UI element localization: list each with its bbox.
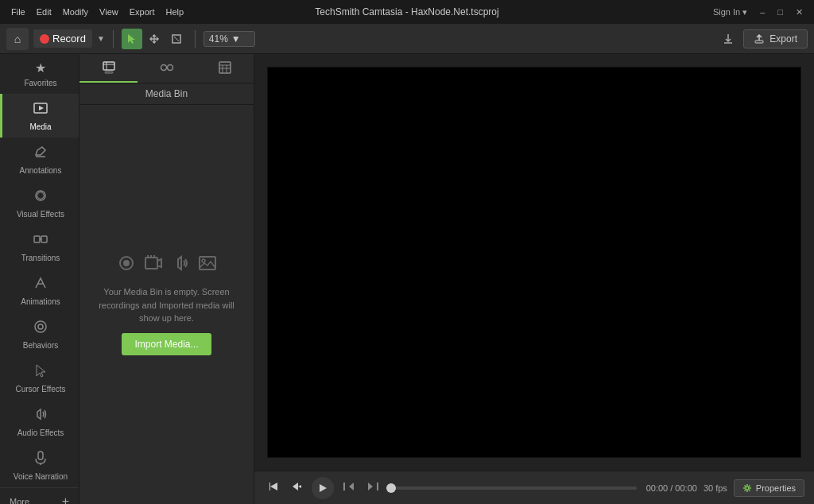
svg-marker-38 — [269, 483, 270, 490]
export-label: Export — [769, 33, 797, 45]
animations-icon — [33, 275, 48, 294]
svg-point-47 — [746, 487, 749, 490]
minimize-button[interactable]: – — [755, 6, 769, 18]
voice-narration-icon — [33, 450, 48, 469]
home-button[interactable]: ⌂ — [6, 28, 29, 50]
gear-icon — [742, 483, 752, 493]
audio-effects-icon — [33, 406, 48, 425]
annotations-icon — [33, 144, 48, 163]
panel-tab-media-bin[interactable] — [79, 54, 138, 83]
import-media-button[interactable]: Import Media... — [122, 333, 211, 355]
media-type-icons — [117, 254, 217, 277]
svg-marker-43 — [349, 483, 354, 490]
menu-edit[interactable]: Edit — [32, 6, 56, 18]
properties-button[interactable]: Properties — [734, 479, 804, 497]
menu-file[interactable]: File — [6, 6, 30, 18]
close-button[interactable]: ✕ — [791, 6, 808, 19]
sidebar-label-voice-narration: Voice Narration — [14, 472, 68, 481]
crop-icon — [171, 33, 182, 45]
record-dropdown-arrow[interactable]: ▼ — [97, 34, 105, 43]
svg-rect-16 — [38, 452, 43, 459]
titlebar: File Edit Modify View Export Help TechSm… — [0, 0, 814, 24]
sidebar-label-transitions: Transitions — [21, 254, 60, 262]
svg-rect-24 — [219, 62, 231, 73]
sign-in-button[interactable]: Sign In ▾ — [713, 7, 747, 17]
playback-time: 00:00 / 00:00 — [646, 483, 697, 493]
export-icon — [754, 33, 765, 45]
sidebar-label-annotations: Annotations — [20, 166, 62, 175]
behaviors-icon — [33, 319, 48, 338]
svg-marker-45 — [368, 483, 373, 490]
svg-rect-9 — [34, 236, 40, 242]
sidebar-item-annotations[interactable]: Annotations — [0, 138, 79, 181]
sidebar-label-media: Media — [29, 122, 51, 131]
properties-label: Properties — [756, 483, 796, 493]
svg-marker-39 — [270, 483, 277, 490]
panel-tab-effects[interactable] — [196, 54, 254, 83]
properties-area: Properties — [734, 479, 804, 497]
panel-header: Media Bin — [79, 83, 254, 105]
sidebar-item-audio-effects[interactable]: Audio Effects — [0, 400, 79, 444]
sidebar-item-cursor-effects[interactable]: Cursor Effects — [0, 356, 79, 400]
svg-rect-4 — [755, 41, 763, 43]
sidebar: ★ Favorites Media Annotations Visual Eff… — [0, 54, 79, 504]
sidebar-item-favorites[interactable]: ★ Favorites — [0, 54, 79, 94]
sidebar-item-visual-effects[interactable]: Visual Effects — [0, 181, 79, 225]
svg-point-37 — [202, 259, 205, 262]
add-icon: + — [62, 494, 69, 504]
maximize-button[interactable]: □ — [773, 6, 788, 18]
move-tool-button[interactable] — [144, 29, 165, 49]
visual-effects-icon — [33, 188, 48, 207]
window-controls: – □ ✕ — [755, 6, 808, 19]
svg-line-2 — [174, 37, 179, 41]
svg-point-22 — [161, 65, 166, 71]
svg-point-13 — [35, 321, 46, 332]
crop-tool-button[interactable] — [166, 29, 187, 49]
menu-bar: File Edit Modify View Export Help — [6, 6, 188, 18]
media-empty-text: Your Media Bin is empty. Screen recordin… — [95, 285, 238, 325]
more-label: More — [10, 497, 29, 504]
sidebar-item-voice-narration[interactable]: Voice Narration — [0, 444, 79, 487]
image-icon — [198, 254, 217, 277]
zoom-select[interactable]: 41% ▼ — [204, 31, 255, 47]
prev-marker-button[interactable] — [340, 479, 358, 496]
playback-knob[interactable] — [386, 483, 396, 493]
menu-view[interactable]: View — [95, 6, 123, 18]
sidebar-item-transitions[interactable]: Transitions — [0, 225, 79, 269]
record-button[interactable]: Record — [33, 29, 92, 48]
sidebar-more-button[interactable]: More + — [0, 487, 79, 504]
step-back-button[interactable] — [288, 479, 305, 496]
sidebar-item-behaviors[interactable]: Behaviors — [0, 312, 79, 356]
fps-display: 30 fps — [704, 483, 727, 493]
play-button[interactable] — [312, 477, 334, 499]
playback-track[interactable] — [391, 487, 637, 490]
effects-tab-icon — [218, 60, 232, 75]
svg-marker-0 — [128, 34, 135, 44]
move-icon — [149, 33, 160, 45]
sign-in-area: Sign In ▾ – □ ✕ — [713, 6, 808, 19]
sidebar-label-cursor-effects: Cursor Effects — [15, 385, 65, 394]
sidebar-item-media[interactable]: Media — [0, 94, 79, 138]
sidebar-item-animations[interactable]: Animations — [0, 269, 79, 312]
cursor-effects-icon — [33, 362, 48, 382]
svg-rect-21 — [105, 72, 113, 73]
export-button[interactable]: Export — [743, 29, 808, 48]
svg-marker-15 — [37, 365, 45, 377]
svg-point-30 — [123, 260, 130, 266]
preview-area: 00:00 / 00:00 30 fps Properties — [254, 54, 814, 504]
media-bin-tab-icon — [102, 60, 116, 75]
menu-modify[interactable]: Modify — [58, 6, 93, 18]
svg-marker-32 — [157, 259, 161, 267]
download-button[interactable] — [718, 29, 738, 49]
menu-export[interactable]: Export — [125, 6, 160, 18]
svg-marker-40 — [293, 483, 298, 490]
recording-icon — [117, 254, 136, 277]
svg-marker-6 — [39, 106, 44, 110]
panel-tabs — [79, 54, 254, 83]
skip-to-start-button[interactable] — [264, 479, 281, 496]
next-marker-button[interactable] — [364, 479, 382, 496]
menu-help[interactable]: Help — [161, 6, 189, 18]
panel-tab-transitions[interactable] — [138, 54, 196, 83]
toolbar: ⌂ Record ▼ 41% ▼ — [0, 24, 814, 54]
select-tool-button[interactable] — [122, 29, 142, 49]
